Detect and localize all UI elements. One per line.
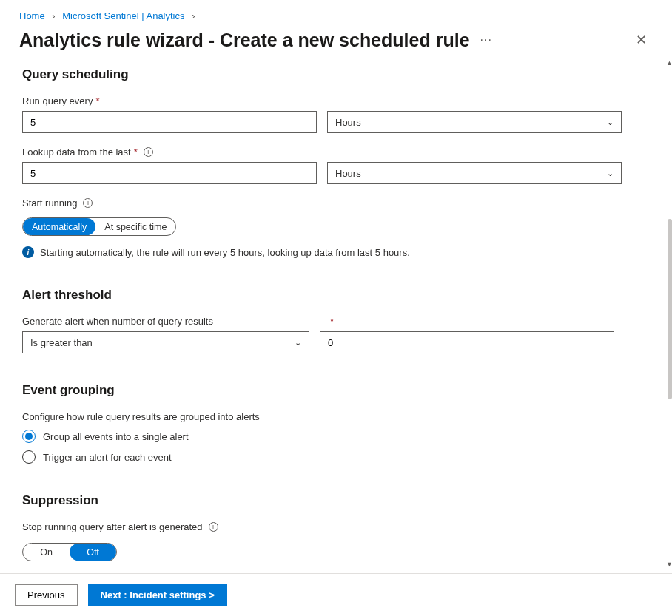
section-suppression: Suppression — [22, 493, 650, 508]
footer: Previous Next : Incident settings > — [0, 573, 672, 616]
content-panel: Query scheduling Run query every * Hours… — [0, 67, 672, 564]
info-icon[interactable]: i — [83, 198, 93, 208]
lookup-unit-select[interactable]: Hours ⌄ — [327, 162, 622, 184]
run-every-unit-value: Hours — [335, 117, 361, 128]
chevron-right-icon: › — [192, 10, 195, 21]
radio-group-all-label: Group all events into a single alert — [43, 431, 189, 442]
required-indicator: * — [95, 95, 99, 106]
lookup-unit-value: Hours — [335, 168, 361, 179]
section-query-scheduling: Query scheduling — [22, 67, 650, 82]
start-running-label: Start running — [22, 197, 77, 209]
threshold-operator-select[interactable]: Is greater than ⌄ — [22, 331, 309, 353]
run-every-label: Run query every — [22, 95, 93, 106]
breadcrumb-sentinel[interactable]: Microsoft Sentinel | Analytics — [62, 10, 184, 21]
required-indicator: * — [134, 146, 138, 158]
run-every-unit-select[interactable]: Hours ⌄ — [327, 111, 622, 133]
threshold-value-input[interactable] — [320, 331, 614, 353]
scroll-thumb[interactable] — [668, 219, 672, 399]
chevron-down-icon: ⌄ — [607, 118, 614, 127]
radio-trigger-each-label: Trigger an alert for each event — [43, 452, 172, 463]
scroll-up-icon[interactable]: ▲ — [666, 59, 672, 67]
toggle-automatically[interactable]: Automatically — [23, 218, 95, 235]
radio-trigger-each[interactable] — [22, 450, 36, 464]
start-running-toggle: Automatically At specific time — [22, 217, 176, 236]
breadcrumb: Home › Microsoft Sentinel | Analytics › — [0, 0, 672, 21]
lookup-value-input[interactable] — [22, 162, 317, 184]
section-event-grouping: Event grouping — [22, 383, 650, 398]
chevron-down-icon: ⌄ — [295, 338, 301, 348]
schedule-info-text: Starting automatically, the rule will ru… — [40, 247, 410, 258]
page-header: Analytics rule wizard - Create a new sch… — [0, 21, 672, 67]
close-icon: ✕ — [636, 33, 647, 47]
lookup-label: Lookup data from the last — [22, 146, 131, 158]
close-button[interactable]: ✕ — [630, 29, 653, 51]
suppression-label: Stop running query after alert is genera… — [22, 521, 203, 532]
section-alert-threshold: Alert threshold — [22, 288, 650, 302]
next-button[interactable]: Next : Incident settings > — [88, 584, 227, 606]
info-icon[interactable]: i — [209, 522, 218, 532]
toggle-on[interactable]: On — [23, 544, 70, 561]
required-indicator: * — [330, 316, 334, 327]
run-every-value-input[interactable] — [22, 111, 317, 133]
toggle-off[interactable]: Off — [70, 544, 116, 561]
more-icon[interactable]: ··· — [480, 33, 492, 47]
chevron-down-icon: ⌄ — [607, 169, 614, 178]
threshold-operator-value: Is greater than — [30, 337, 93, 348]
chevron-right-icon: › — [52, 10, 55, 21]
threshold-label: Generate alert when number of query resu… — [22, 316, 213, 327]
info-badge-icon: i — [22, 246, 34, 258]
grouping-label: Configure how rule query results are gro… — [22, 411, 260, 422]
breadcrumb-home[interactable]: Home — [19, 10, 45, 21]
scroll-down-icon[interactable]: ▼ — [666, 561, 672, 568]
info-icon[interactable]: i — [144, 147, 153, 157]
page-title: Analytics rule wizard - Create a new sch… — [19, 30, 470, 51]
radio-group-all[interactable] — [22, 430, 36, 443]
scrollbar[interactable]: ▲ ▼ — [666, 59, 672, 568]
suppression-toggle: On Off — [22, 543, 117, 561]
toggle-specific-time[interactable]: At specific time — [95, 218, 175, 235]
previous-button[interactable]: Previous — [15, 584, 78, 606]
